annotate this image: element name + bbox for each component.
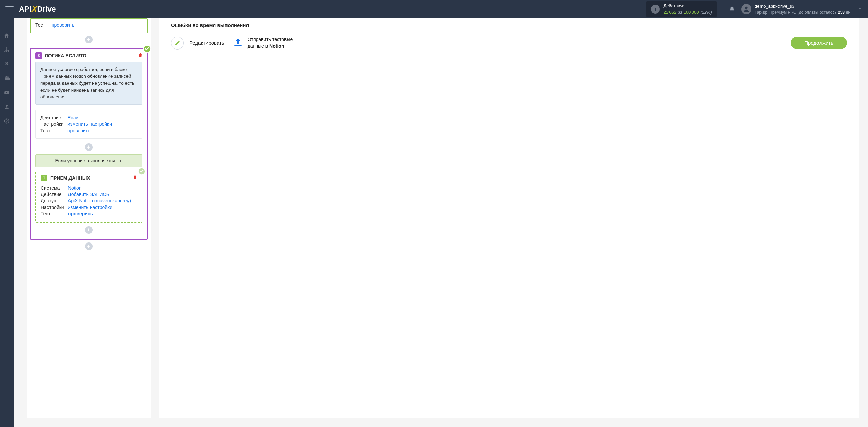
b2-test-label: Тест — [35, 22, 48, 28]
b3-title: ЛОГИКА ЕСЛИ/ТО — [45, 53, 86, 58]
b3-action-k: Действие — [40, 115, 67, 120]
logo[interactable]: APIXDrive — [19, 5, 56, 14]
sidebar-connections[interactable] — [0, 43, 14, 57]
user-menu[interactable]: demo_apix-drive_s3 Тариф |Премиум PRO| д… — [741, 3, 850, 15]
svg-rect-2 — [4, 51, 5, 52]
detail-panel: Ошибки во время выполнения Редактировать… — [159, 18, 859, 418]
trash-icon-2[interactable] — [132, 175, 138, 181]
trash-icon[interactable] — [138, 52, 143, 59]
b1-title: ПРИЕМ ДАННЫХ — [50, 175, 90, 181]
workflow-panel: Тест проверить + 3 ЛОГИКА ЕСЛИ/ТО Данное… — [27, 18, 151, 418]
b3-kv: ДействиеЕсли Настройкиизменить настройки… — [35, 110, 142, 139]
b3-settings-v[interactable]: изменить настройки — [67, 121, 112, 127]
sidebar — [0, 18, 14, 427]
b1-system-v[interactable]: Notion — [68, 185, 81, 191]
chevron-down-icon[interactable] — [857, 6, 863, 13]
b1-test-k: Тест — [41, 211, 68, 216]
svg-point-8 — [6, 122, 7, 123]
b3-number: 3 — [35, 52, 42, 59]
actions-current: 22'062 — [663, 9, 676, 15]
logo-text-b: Drive — [37, 5, 56, 14]
actions-pct: (22%) — [700, 9, 712, 15]
sidebar-video[interactable] — [0, 85, 14, 100]
logo-x: X — [31, 5, 37, 14]
svg-rect-1 — [6, 47, 7, 48]
actions-of: из — [678, 9, 682, 15]
b1-action-k: Действие — [41, 192, 68, 197]
block-1-data[interactable]: 1 ПРИЕМ ДАННЫХ СистемаNotion ДействиеДоб… — [35, 171, 142, 223]
actions-label: Действия: — [663, 3, 712, 9]
sidebar-briefcase[interactable] — [0, 71, 14, 85]
actions-counter[interactable]: i Действия: 22'062 из 100'000 (22%) — [646, 1, 716, 17]
edit-button[interactable]: Редактировать — [171, 37, 224, 50]
b3-test-k: Тест — [40, 128, 67, 133]
tariff-line: Тариф |Премиум PRO| до оплаты осталось 2… — [755, 9, 850, 15]
svg-point-6 — [6, 105, 8, 107]
svg-rect-4 — [8, 51, 9, 52]
b3-info: Данное условие сработает, если в блоке П… — [35, 62, 142, 105]
b3-settings-k: Настройки — [40, 121, 67, 127]
actions-max: 100'000 — [684, 9, 699, 15]
sidebar-help[interactable] — [0, 114, 14, 128]
sidebar-profile[interactable] — [0, 100, 14, 114]
edit-label: Редактировать — [189, 40, 224, 46]
add-step-2[interactable]: + — [85, 143, 93, 151]
b1-settings-v[interactable]: изменить настройки — [68, 205, 112, 210]
avatar-icon — [741, 4, 751, 14]
b1-system-k: Система — [41, 185, 68, 191]
menu-toggle[interactable] — [5, 5, 14, 13]
b1-access-v[interactable]: ApiX Notion (maverickandrey) — [68, 198, 131, 203]
logo-text-a: API — [19, 5, 32, 14]
b1-action-v[interactable]: Добавить ЗАПИСЬ — [68, 192, 110, 197]
b1-test-v[interactable]: проверить — [68, 211, 93, 216]
block-2[interactable]: Тест проверить — [30, 18, 148, 33]
svg-rect-11 — [234, 45, 241, 46]
add-step-4[interactable]: + — [85, 242, 93, 250]
pencil-icon — [171, 37, 184, 50]
sidebar-billing[interactable] — [0, 57, 14, 71]
upload-icon — [233, 37, 243, 49]
app-header: APIXDrive i Действия: 22'062 из 100'000 … — [0, 0, 868, 18]
condition-bar: Если условие выполняется, то — [35, 154, 142, 167]
continue-button[interactable]: Продолжить — [791, 37, 847, 49]
b1-access-k: Доступ — [41, 198, 68, 203]
b1-number: 1 — [41, 175, 47, 181]
block-3-logic[interactable]: 3 ЛОГИКА ЕСЛИ/ТО Данное условие сработае… — [30, 48, 148, 240]
svg-rect-3 — [6, 51, 7, 52]
b3-action-v[interactable]: Если — [67, 115, 78, 120]
bell-icon[interactable] — [729, 5, 735, 13]
add-step-1[interactable]: + — [85, 36, 93, 43]
username: demo_apix-drive_s3 — [755, 3, 850, 9]
send-test-button[interactable]: Отправить тестовые данные в Notion — [233, 36, 293, 50]
b1-settings-k: Настройки — [41, 205, 68, 210]
info-icon: i — [651, 5, 660, 14]
errors-title: Ошибки во время выполнения — [171, 22, 847, 28]
send-label: Отправить тестовые данные в Notion — [248, 36, 293, 50]
sidebar-home[interactable] — [0, 28, 14, 43]
b3-test-v[interactable]: проверить — [67, 128, 91, 133]
add-step-3[interactable]: + — [85, 226, 93, 234]
svg-point-0 — [745, 7, 747, 9]
b2-test-link[interactable]: проверить — [52, 22, 75, 28]
